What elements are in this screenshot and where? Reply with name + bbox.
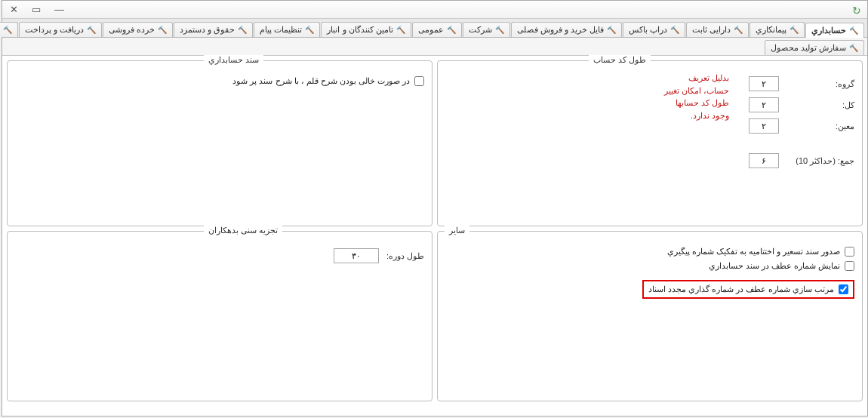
input-moein[interactable] xyxy=(749,118,779,134)
group-other: سایر صدور سند تسعیر و اختتامیه به تفکیک … xyxy=(437,231,863,401)
tab-label: حسابداري xyxy=(811,26,846,35)
hammer-icon: 🔨 xyxy=(396,26,405,34)
tab-label: تامین کنندگان و انبار xyxy=(327,25,392,35)
check-issue-revaluation: صدور سند تسعیر و اختتامیه به تفکیک شماره… xyxy=(445,247,854,257)
main-tab[interactable]: 🔨عمومی xyxy=(412,22,462,37)
tab-label: حقوق و دستمزد xyxy=(180,25,235,35)
main-tab[interactable]: 🔨حسابداري xyxy=(805,23,864,38)
hammer-icon: 🔨 xyxy=(790,26,799,34)
main-tab[interactable]: 🔨شرکت xyxy=(463,22,510,37)
warning-text: بدلیل تعریف حساب، امکان تغییر طول کد حسا… xyxy=(664,72,729,121)
label-period: طول دوره: xyxy=(386,251,424,261)
hammer-icon: 🔨 xyxy=(305,26,314,34)
warning-line: طول کد حسابها xyxy=(664,97,729,109)
check-label: مرتب سازي شماره عطف در شماره گذاري مجدد … xyxy=(648,284,834,294)
input-sum[interactable] xyxy=(749,153,779,168)
main-tabstrip: 🔨حسابداري🔨پیمانکاري🔨دارایی ثابت🔨دراپ باک… xyxy=(2,19,867,38)
sub-tab[interactable]: 🔨سفارش تولید محصول xyxy=(765,40,864,55)
tab-label: فایل خرید و فروش فصلی xyxy=(517,25,604,35)
group-account-code-length: طول کد حساب گروه: کل: معین: xyxy=(437,60,863,226)
sub-tabstrip: 🔨سفارش تولید محصول xyxy=(2,38,867,56)
hammer-icon: 🔨 xyxy=(447,26,456,34)
main-tab[interactable]: 🔨خرده فروشی xyxy=(103,22,173,37)
main-tab[interactable]: 🔨تنظیمات پیام xyxy=(254,22,320,37)
check-fill-desc: در صورت خالی بودن شرح قلم ، با شرح سند پ… xyxy=(15,76,424,86)
window: ✕ ▭ — ↻ 🔨حسابداري🔨پیمانکاري🔨دارایی ثابت🔨… xyxy=(2,0,868,416)
hammer-icon: 🔨 xyxy=(670,26,679,34)
warning-line: بدلیل تعریف xyxy=(664,72,729,85)
check-label: صدور سند تسعیر و اختتامیه به تفکیک شماره… xyxy=(667,247,840,257)
hammer-icon: 🔨 xyxy=(3,26,12,34)
checkbox-fill-desc[interactable] xyxy=(414,76,424,86)
main-tab[interactable]: 🔨دریافت و پرداخت xyxy=(19,22,102,37)
hammer-icon: 🔨 xyxy=(238,26,247,34)
input-period[interactable] xyxy=(334,248,379,263)
label-moein: معین: xyxy=(786,121,854,131)
check-label: نمایش شماره عطف در سند حسابداري xyxy=(709,261,840,271)
check-label: در صورت خالی بودن شرح قلم ، با شرح سند پ… xyxy=(232,76,410,86)
group-aging-debtors: تجزیه سنی بدهکاران طول دوره: xyxy=(7,231,432,401)
tab-label: دراپ باکس xyxy=(629,25,667,35)
tab-label: شرکت xyxy=(469,25,492,35)
label-total: کل: xyxy=(786,100,854,110)
tab-label: تنظیمات پیام xyxy=(260,25,302,35)
hammer-icon: 🔨 xyxy=(849,26,858,35)
label-group: گروه: xyxy=(786,79,854,89)
check-sort-ref-highlighted: مرتب سازي شماره عطف در شماره گذاري مجدد … xyxy=(642,280,854,299)
main-tab[interactable]: 🔨دراپ باکس xyxy=(623,22,685,37)
group-legend: طول کد حساب xyxy=(589,55,651,65)
main-tab[interactable]: 🔨دارایی ثابت xyxy=(686,22,749,37)
main-tab[interactable]: 🔨مشتریان و فروش xyxy=(0,22,18,37)
period-row: طول دوره: xyxy=(15,248,424,263)
main-tab[interactable]: 🔨تامین کنندگان و انبار xyxy=(321,22,411,37)
checkbox-show-ref[interactable] xyxy=(845,261,854,271)
checkbox-issue-revaluation[interactable] xyxy=(845,247,854,257)
hammer-icon: 🔨 xyxy=(495,26,504,34)
input-group[interactable] xyxy=(749,76,779,91)
main-tab[interactable]: 🔨حقوق و دستمزد xyxy=(174,22,253,37)
hammer-icon: 🔨 xyxy=(734,26,743,34)
group-accounting-doc: سند حسابداري در صورت خالی بودن شرح قلم ،… xyxy=(7,60,432,226)
hammer-icon: 🔨 xyxy=(607,26,616,34)
titlebar: ✕ ▭ — ↻ xyxy=(2,1,867,19)
tab-label: دریافت و پرداخت xyxy=(25,25,84,35)
group-legend: سند حسابداري xyxy=(204,55,263,65)
group-legend: تجزیه سنی بدهکاران xyxy=(204,226,282,235)
content-area: طول کد حساب گروه: کل: معین: xyxy=(2,56,867,406)
tab-label: عمومی xyxy=(418,25,444,35)
hammer-icon: 🔨 xyxy=(849,44,858,52)
checkbox-sort-ref[interactable] xyxy=(839,284,848,294)
warning-line: حساب، امکان تغییر xyxy=(664,85,729,97)
tab-label: خرده فروشی xyxy=(109,25,155,35)
check-show-ref: نمایش شماره عطف در سند حسابداري xyxy=(445,261,854,271)
app-icon: ↻ xyxy=(852,5,863,15)
minimize-icon[interactable]: — xyxy=(54,4,64,15)
label-sum: جمع: (حداکثر 10) xyxy=(786,156,854,166)
tab-label: سفارش تولید محصول xyxy=(771,43,846,53)
tab-label: دارایی ثابت xyxy=(692,25,731,35)
close-icon[interactable]: ✕ xyxy=(10,4,18,15)
maximize-icon[interactable]: ▭ xyxy=(32,4,41,15)
group-legend: سایر xyxy=(445,226,469,235)
main-tab[interactable]: 🔨فایل خرید و فروش فصلی xyxy=(511,22,622,37)
main-tab[interactable]: 🔨پیمانکاري xyxy=(749,22,805,37)
hammer-icon: 🔨 xyxy=(87,26,96,34)
tab-label: پیمانکاري xyxy=(756,25,786,35)
hammer-icon: 🔨 xyxy=(158,26,167,34)
input-total[interactable] xyxy=(749,97,779,112)
warning-line: وجود ندارد. xyxy=(664,109,729,122)
